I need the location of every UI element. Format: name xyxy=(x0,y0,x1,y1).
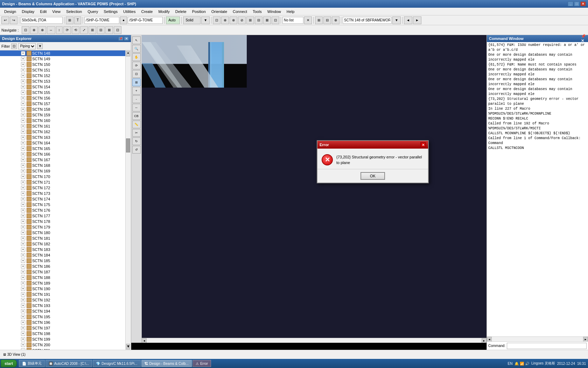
tb-icon3[interactable]: ⊡ xyxy=(213,16,220,24)
tb-nav-left[interactable]: ◄ xyxy=(404,16,412,24)
tree-item[interactable]: +SCTN 152 xyxy=(0,73,125,79)
tree-item[interactable]: +SCTN 192 xyxy=(0,297,125,303)
expand-icon[interactable]: + xyxy=(21,74,25,78)
start-button[interactable]: start xyxy=(1,360,17,367)
expand-icon[interactable]: + xyxy=(21,197,25,201)
tree-item[interactable]: +SCTN 177 xyxy=(0,213,125,219)
vp-cb[interactable]: CB xyxy=(132,112,141,120)
tree-item[interactable]: +SCTN 148 xyxy=(0,50,125,56)
tree-item[interactable]: +SCTN 164 xyxy=(0,140,125,146)
tree-item[interactable]: +SCTN 178 xyxy=(0,219,125,224)
tb-icon13[interactable]: ⊕ xyxy=(332,16,340,24)
tree-item[interactable]: +SCTN 180 xyxy=(0,230,125,236)
tree-item[interactable]: +SCTN 190 xyxy=(0,286,125,292)
expand-icon[interactable]: + xyxy=(21,203,25,207)
tb-nav9[interactable]: ⊞ xyxy=(89,26,96,34)
right-panel-pin[interactable]: 📌 xyxy=(581,34,586,39)
expand-icon[interactable]: + xyxy=(21,315,25,319)
tree-item[interactable]: +SCTN 175 xyxy=(0,202,125,207)
tree-item[interactable]: +SCTN 199 xyxy=(0,336,125,342)
ok-button[interactable]: OK xyxy=(360,172,385,180)
taskbar-item-3[interactable]: 🏗 Design - Beams & Colb... xyxy=(141,360,192,367)
menu-item-display[interactable]: Display xyxy=(19,9,37,14)
tree-item[interactable]: +SCTN 158 xyxy=(0,107,125,112)
viewport[interactable]: ↖ 🔍 ✋ ⟳ ⊡ ⊞ + - ↔ CB 📏 ✂ ↻ ↺ xyxy=(131,35,486,343)
tb-icon5[interactable]: ⊗ xyxy=(230,16,237,24)
tb-nav7[interactable]: ⟲ xyxy=(72,26,79,34)
tree-item[interactable]: +SCTN 200 xyxy=(0,342,125,348)
path-input1[interactable] xyxy=(84,17,119,24)
taskbar-item-1[interactable]: 🔲 AutoCAD 2008 - [C:\... xyxy=(46,360,92,367)
expand-icon[interactable]: + xyxy=(21,175,25,179)
expand-icon[interactable]: + xyxy=(21,118,25,123)
scroll-thumb[interactable] xyxy=(126,138,130,152)
expand-icon[interactable]: + xyxy=(21,62,25,67)
menu-item-position[interactable]: Position xyxy=(189,9,209,14)
expand-icon[interactable]: + xyxy=(21,348,25,350)
tree-item[interactable]: +SCTN 161 xyxy=(0,123,125,129)
expand-icon[interactable]: + xyxy=(21,270,25,274)
error-close-button[interactable]: ✕ xyxy=(420,142,426,147)
tb-icon12[interactable]: ⊟ xyxy=(323,16,331,24)
tb-icon9[interactable]: ⊠ xyxy=(263,16,271,24)
tb-icon7[interactable]: ⊞ xyxy=(246,16,254,24)
tb-dot1[interactable]: ● xyxy=(120,16,127,24)
vp-rotate[interactable]: ⟳ xyxy=(132,62,141,69)
vp-fit[interactable]: ⊡ xyxy=(132,70,141,78)
right-hscroll[interactable]: ◄ ► xyxy=(487,336,588,341)
expand-icon[interactable]: + xyxy=(21,180,25,184)
tb-auto[interactable]: Auto xyxy=(166,16,180,24)
minimize-button[interactable]: _ xyxy=(568,1,573,6)
expand-icon[interactable]: + xyxy=(21,309,25,313)
section-input[interactable] xyxy=(21,17,63,24)
expand-icon[interactable]: + xyxy=(21,146,25,151)
expand-icon[interactable]: + xyxy=(21,186,25,190)
tree-item[interactable]: +SCTN 173 xyxy=(0,191,125,196)
no-list-input[interactable]: No list xyxy=(282,17,303,24)
menu-item-view[interactable]: View xyxy=(49,9,63,14)
taskbar-item-2[interactable]: 💎 Design/C Mk11.6.5Pi... xyxy=(93,360,140,367)
expand-icon[interactable]: + xyxy=(21,113,25,117)
path-input2[interactable] xyxy=(128,17,163,24)
tree-item[interactable]: +SCTN 193 xyxy=(0,303,125,308)
tb-dropdown2[interactable]: ▼ xyxy=(392,16,401,24)
tb-nav3[interactable]: ⊗ xyxy=(38,26,46,34)
expand-icon[interactable]: + xyxy=(21,231,25,235)
tree-item[interactable]: +SCTN 172 xyxy=(0,185,125,191)
vp-tilt[interactable]: ↺ xyxy=(132,146,141,154)
tb-icon1[interactable]: ⊞ xyxy=(66,16,74,24)
tree-scrollbar[interactable]: ▲ ▼ xyxy=(125,50,131,350)
scroll-left[interactable]: ◄ xyxy=(142,338,147,343)
tree-item[interactable]: +SCTN 182 xyxy=(0,241,125,247)
tree-item[interactable]: +SCTN 149 xyxy=(0,56,125,62)
expand-icon[interactable]: + xyxy=(21,57,25,61)
expand-icon[interactable]: + xyxy=(21,191,25,196)
tree-item[interactable]: +SCTN 160 xyxy=(0,118,125,123)
tree-item[interactable]: +SCTN 170 xyxy=(0,174,125,179)
tb-nav2[interactable]: ⊕ xyxy=(30,26,38,34)
expand-icon[interactable]: + xyxy=(21,292,25,297)
tree-item[interactable]: +SCTN 174 xyxy=(0,196,125,202)
scroll-right[interactable]: ► xyxy=(482,338,486,343)
tb-dropdown[interactable]: ▼ xyxy=(201,16,210,24)
tree-item[interactable]: +SCTN 189 xyxy=(0,280,125,286)
taskbar-item-4[interactable]: ⚠ Error xyxy=(192,360,211,367)
expand-icon[interactable]: + xyxy=(21,107,25,111)
tb-nav-right[interactable]: ► xyxy=(413,16,421,24)
expand-icon[interactable]: + xyxy=(21,337,25,341)
expand-icon[interactable]: + xyxy=(21,304,25,308)
expand-icon[interactable]: + xyxy=(21,130,25,134)
expand-icon[interactable]: + xyxy=(21,163,25,168)
tree-item[interactable]: +SCTN 186 xyxy=(0,264,125,269)
expand-icon[interactable]: + xyxy=(21,264,25,268)
tree-item[interactable]: +SCTN 201 xyxy=(0,348,125,350)
tb-icon6[interactable]: ⊘ xyxy=(238,16,246,24)
tree-item[interactable]: +SCTN 167 xyxy=(0,157,125,163)
tb-undo[interactable]: ↩ xyxy=(1,16,9,24)
vp-meas[interactable]: 📏 xyxy=(132,121,141,128)
tree-item[interactable]: +SCTN 156 xyxy=(0,95,125,101)
expand-icon[interactable]: + xyxy=(21,141,25,145)
expand-icon[interactable]: + xyxy=(21,214,25,218)
tree-item[interactable]: +SCTN 181 xyxy=(0,236,125,241)
tb-nav4[interactable]: ↔ xyxy=(47,26,55,34)
